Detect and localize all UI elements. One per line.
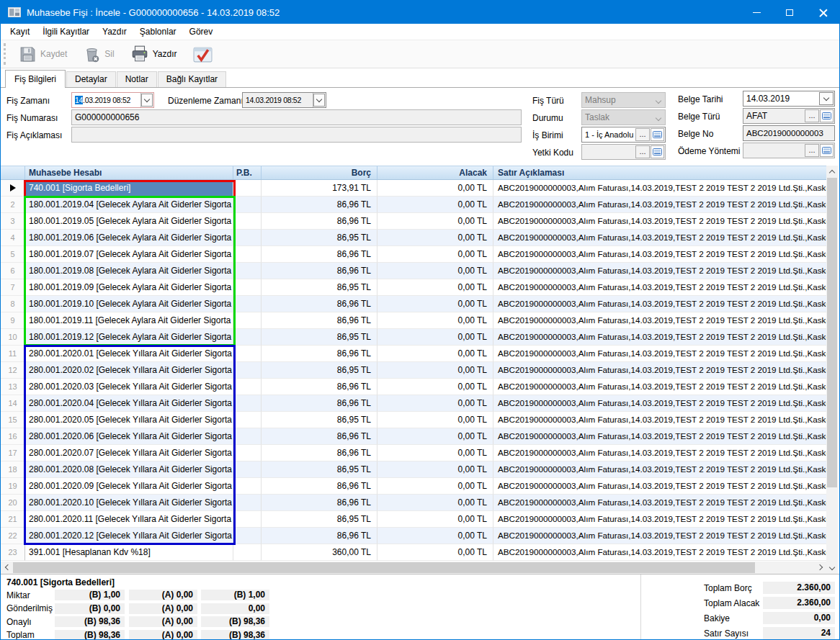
row-number[interactable]: 12 [1,362,25,379]
table-row[interactable]: 22280.001.2020.12 [Gelecek Yıllara Ait G… [1,528,826,544]
table-row[interactable]: 2180.001.2019.04 [Gelecek Aylara Ait Gid… [1,197,826,213]
row-number[interactable]: 19 [1,478,25,495]
belge-tarihi-combo[interactable]: 14.03.2019 [743,91,835,107]
scroll-up-button[interactable] [826,166,838,177]
table-row[interactable]: 11280.001.2020.01 [Gelecek Yıllara Ait G… [1,346,826,362]
odeme-yontemi-browse-button[interactable]: ... [805,144,819,157]
row-number[interactable]: 14 [1,395,25,412]
table-row[interactable]: 8180.001.2019.10 [Gelecek Aylara Ait Gid… [1,296,826,312]
table-row[interactable]: 4180.001.2019.06 [Gelecek Aylara Ait Gid… [1,230,826,246]
table-row[interactable]: 12280.001.2020.02 [Gelecek Yıllara Ait G… [1,362,826,379]
minimize-button[interactable] [740,1,773,24]
menu-yazdir[interactable]: Yazdır [96,25,133,38]
table-row[interactable]: 6180.001.2019.08 [Gelecek Aylara Ait Gid… [1,263,826,279]
row-number[interactable]: 13 [1,379,25,395]
row-number[interactable]: 3 [1,213,25,230]
row-number[interactable]: 21 [1,511,25,528]
toolbar-drag-handle[interactable] [4,43,6,65]
odeme-yontemi-lookup[interactable]: ... [743,143,835,158]
delete-button[interactable]: Sil [80,44,117,65]
tab-detaylar[interactable]: Detaylar [66,71,116,87]
maximize-button[interactable] [773,1,806,24]
print-button[interactable]: Yazdır [128,43,180,65]
menu-ilgili-kayitlar[interactable]: İlgili Kayıtlar [36,25,96,38]
table-row[interactable]: 5180.001.2019.07 [Gelecek Aylara Ait Gid… [1,246,826,263]
vertical-scrollbar[interactable] [826,166,838,574]
row-number[interactable]: 17 [1,445,25,461]
cell-description: ABC2019000000003,Alım Faturası,14.03.201… [493,279,826,296]
scroll-right-button[interactable] [815,562,826,573]
row-number[interactable]: 16 [1,428,25,445]
row-number[interactable]: 15 [1,412,25,428]
table-row[interactable]: 23391.001 [Hesaplanan Kdv %18]360,00 TL0… [1,544,826,561]
row-number[interactable]: 6 [1,263,25,279]
menu-kayit[interactable]: Kayıt [4,25,36,38]
table-row[interactable]: 15280.001.2020.05 [Gelecek Yıllara Ait G… [1,412,826,428]
is-birimi-lookup[interactable]: 1 - İç Anadolu I ... [581,127,666,143]
row-number[interactable]: 11 [1,346,25,362]
fis-zamani-combo[interactable]: 14.03.2019 08:52 [71,92,154,108]
horizontal-scrollbar-thumb[interactable] [13,562,755,573]
table-row[interactable]: 13280.001.2020.03 [Gelecek Yıllara Ait G… [1,379,826,395]
belge-turu-browse-button[interactable]: ... [805,109,819,122]
belge-no-input[interactable]: ABC2019000000003 [743,125,835,141]
belge-turu-keypad-button[interactable] [820,109,834,122]
yetki-kodu-lookup[interactable]: ... [581,144,666,160]
menu-gorev[interactable]: Görev [183,25,220,38]
table-row[interactable]: 9180.001.2019.11 [Gelecek Aylara Ait Gid… [1,312,826,329]
is-birimi-keypad-button[interactable] [651,128,664,141]
column-header-satir-aciklamasi[interactable]: Satır Açıklaması [493,166,826,179]
row-number[interactable]: 22 [1,528,25,544]
menu-sablonlar[interactable]: Şablonlar [133,25,183,38]
selected-row-header[interactable] [1,180,25,197]
horizontal-scrollbar[interactable] [1,562,826,574]
table-row[interactable]: 740.001 [Sigorta Bedelleri]173,91 TL0,00… [1,180,826,197]
fis-numarasi-input[interactable]: G000000000656 [71,109,522,125]
save-button[interactable]: Kaydet [16,44,70,65]
scroll-down-button[interactable] [826,562,838,574]
row-number[interactable]: 2 [1,197,25,213]
table-row[interactable]: 14280.001.2020.04 [Gelecek Yıllara Ait G… [1,395,826,412]
column-header-alacak[interactable]: Alacak [377,166,493,179]
table-row[interactable]: 10180.001.2019.12 [Gelecek Aylara Ait Gi… [1,329,826,346]
row-number[interactable]: 20 [1,495,25,511]
durumu-select[interactable]: Taslak [581,109,666,125]
yetki-kodu-browse-button[interactable]: ... [635,145,650,158]
belge-turu-lookup[interactable]: AFAT ... [743,108,835,124]
row-number[interactable]: 4 [1,230,25,246]
approve-button[interactable] [190,43,215,66]
row-number[interactable]: 18 [1,461,25,478]
odeme-yontemi-keypad-button[interactable] [820,144,834,157]
fis-aciklamasi-input[interactable] [71,127,522,143]
belge-tarihi-dropdown-button[interactable] [819,92,834,105]
fis-turu-select[interactable]: Mahsup [581,92,666,108]
scroll-left-button[interactable] [1,562,12,573]
is-birimi-browse-button[interactable]: ... [635,128,650,141]
column-header-borc[interactable]: Borç [262,166,377,179]
row-number[interactable]: 7 [1,279,25,296]
yetki-kodu-keypad-button[interactable] [651,145,664,158]
table-row[interactable]: 3180.001.2019.05 [Gelecek Aylara Ait Gid… [1,213,826,230]
table-row[interactable]: 17280.001.2020.07 [Gelecek Yıllara Ait G… [1,445,826,461]
duzenleme-zamani-combo[interactable]: 14.03.2019 08:52 [242,92,326,108]
vertical-scrollbar-thumb[interactable] [827,178,837,487]
row-number[interactable]: 5 [1,246,25,263]
table-row[interactable]: 7180.001.2019.09 [Gelecek Aylara Ait Gid… [1,279,826,296]
row-number[interactable]: 10 [1,329,25,346]
table-row[interactable]: 16280.001.2020.06 [Gelecek Yıllara Ait G… [1,428,826,445]
column-header-pb[interactable]: P.B. [233,166,262,179]
table-row[interactable]: 20280.001.2020.10 [Gelecek Yıllara Ait G… [1,495,826,511]
close-button[interactable] [806,1,839,24]
tab-bagli-kayitlar[interactable]: Bağlı Kayıtlar [158,71,226,87]
table-row[interactable]: 21280.001.2020.11 [Gelecek Yıllara Ait G… [1,511,826,528]
row-number[interactable]: 23 [1,544,25,561]
column-header-muhasebe-hesabi[interactable]: Muhasebe Hesabı [25,166,233,179]
row-number[interactable]: 8 [1,296,25,312]
duzenleme-zamani-dropdown-button[interactable] [313,93,326,107]
row-number[interactable]: 9 [1,312,25,329]
fis-zamani-dropdown-button[interactable] [140,93,153,107]
table-row[interactable]: 19280.001.2020.09 [Gelecek Yıllara Ait G… [1,478,826,495]
tab-notlar[interactable]: Notlar [117,71,157,87]
table-row[interactable]: 18280.001.2020.08 [Gelecek Yıllara Ait G… [1,461,826,478]
tab-fis-bilgileri[interactable]: Fiş Bilgileri [5,70,66,88]
